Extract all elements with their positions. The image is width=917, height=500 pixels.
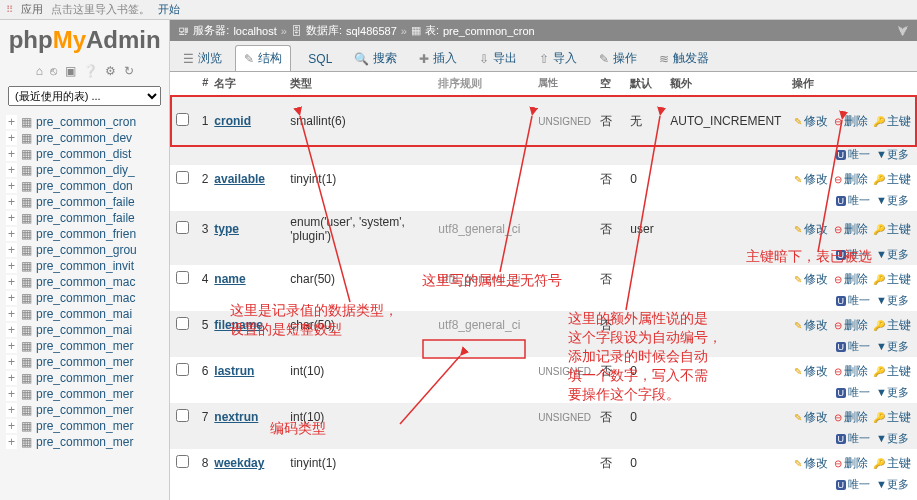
delete-action[interactable]: ⊖删除 xyxy=(834,271,868,288)
tree-item[interactable]: +▦pre_common_faile xyxy=(0,194,169,210)
tab-结构[interactable]: ✎结构 xyxy=(235,45,291,71)
primary-key-action[interactable]: 🔑主键 xyxy=(873,271,911,288)
column-name-link[interactable]: weekday xyxy=(214,456,264,470)
tree-item[interactable]: +▦pre_common_frien xyxy=(0,226,169,242)
expand-icon[interactable]: + xyxy=(6,243,17,257)
expand-icon[interactable]: + xyxy=(6,163,17,177)
more-action[interactable]: ▼更多 xyxy=(876,386,909,398)
tree-link[interactable]: pre_common_mai xyxy=(36,307,132,321)
close-icon[interactable]: ⮟ xyxy=(897,24,909,38)
expand-icon[interactable]: + xyxy=(6,403,17,417)
more-action[interactable]: ▼更多 xyxy=(876,340,909,352)
expand-icon[interactable]: + xyxy=(6,115,17,129)
delete-action[interactable]: ⊖删除 xyxy=(834,221,868,238)
tree-item[interactable]: +▦pre_common_cron xyxy=(0,114,169,130)
tree-item[interactable]: +▦pre_common_mer xyxy=(0,418,169,434)
tree-link[interactable]: pre_common_dist xyxy=(36,147,131,161)
expand-icon[interactable]: + xyxy=(6,435,17,449)
more-action[interactable]: ▼更多 xyxy=(876,294,909,306)
tree-link[interactable]: pre_common_dev xyxy=(36,131,132,145)
edit-action[interactable]: ✎修改 xyxy=(794,221,828,238)
tree-item[interactable]: +▦pre_common_mac xyxy=(0,274,169,290)
tab-导出[interactable]: ⇩导出 xyxy=(470,45,526,71)
tree-link[interactable]: pre_common_invit xyxy=(36,259,134,273)
db-link[interactable]: sql486587 xyxy=(346,25,397,37)
tab-导入[interactable]: ⇧导入 xyxy=(530,45,586,71)
row-checkbox[interactable] xyxy=(176,171,189,184)
primary-key-action[interactable]: 🔑主键 xyxy=(873,317,911,334)
tree-link[interactable]: pre_common_mac xyxy=(36,291,135,305)
tree-link[interactable]: pre_common_mer xyxy=(36,339,133,353)
more-action[interactable]: ▼更多 xyxy=(876,432,909,444)
tree-item[interactable]: +▦pre_common_mer xyxy=(0,338,169,354)
tab-操作[interactable]: ✎操作 xyxy=(590,45,646,71)
tab-SQL[interactable]: SQL xyxy=(295,45,341,71)
tree-link[interactable]: pre_common_mer xyxy=(36,435,133,449)
edit-action[interactable]: ✎修改 xyxy=(794,455,828,472)
column-name-link[interactable]: filename xyxy=(214,318,263,332)
more-action[interactable]: ▼更多 xyxy=(876,248,909,260)
primary-key-action[interactable]: 🔑主键 xyxy=(873,221,911,238)
delete-action[interactable]: ⊖删除 xyxy=(834,363,868,380)
tab-搜索[interactable]: 🔍搜索 xyxy=(345,45,406,71)
tree-link[interactable]: pre_common_grou xyxy=(36,243,137,257)
primary-key-action[interactable]: 🔑主键 xyxy=(873,409,911,426)
logout-icon[interactable]: ⎋ xyxy=(50,64,57,78)
primary-key-action[interactable]: 🔑主键 xyxy=(873,455,911,472)
expand-icon[interactable]: + xyxy=(6,275,17,289)
expand-icon[interactable]: + xyxy=(6,211,17,225)
expand-icon[interactable]: + xyxy=(6,387,17,401)
row-checkbox[interactable] xyxy=(176,317,189,330)
expand-icon[interactable]: + xyxy=(6,419,17,433)
tree-item[interactable]: +▦pre_common_don xyxy=(0,178,169,194)
tree-item[interactable]: +▦pre_common_mer xyxy=(0,354,169,370)
delete-action[interactable]: ⊖删除 xyxy=(834,317,868,334)
start-link[interactable]: 开始 xyxy=(158,2,180,17)
unique-action[interactable]: U唯一 xyxy=(836,432,871,444)
tree-link[interactable]: pre_common_mer xyxy=(36,355,133,369)
tree-link[interactable]: pre_common_mai xyxy=(36,323,132,337)
column-name-link[interactable]: name xyxy=(214,272,245,286)
delete-action[interactable]: ⊖删除 xyxy=(834,455,868,472)
column-name-link[interactable]: available xyxy=(214,172,265,186)
tree-link[interactable]: pre_common_frien xyxy=(36,227,136,241)
tab-触发器[interactable]: ≋触发器 xyxy=(650,45,718,71)
expand-icon[interactable]: + xyxy=(6,131,17,145)
sql-icon[interactable]: ▣ xyxy=(65,64,76,78)
tree-link[interactable]: pre_common_mer xyxy=(36,371,133,385)
tree-link[interactable]: pre_common_mer xyxy=(36,403,133,417)
row-checkbox[interactable] xyxy=(176,363,189,376)
tree-link[interactable]: pre_common_mac xyxy=(36,275,135,289)
expand-icon[interactable]: + xyxy=(6,355,17,369)
unique-action[interactable]: U唯一 xyxy=(836,340,871,352)
edit-action[interactable]: ✎修改 xyxy=(794,409,828,426)
expand-icon[interactable]: + xyxy=(6,339,17,353)
expand-icon[interactable]: + xyxy=(6,323,17,337)
primary-key-action[interactable]: 🔑主键 xyxy=(873,363,911,380)
row-checkbox[interactable] xyxy=(176,271,189,284)
expand-icon[interactable]: + xyxy=(6,291,17,305)
expand-icon[interactable]: + xyxy=(6,147,17,161)
reload-icon[interactable]: ↻ xyxy=(124,64,134,78)
tree-item[interactable]: +▦pre_common_invit xyxy=(0,258,169,274)
tree-item[interactable]: +▦pre_common_dev xyxy=(0,130,169,146)
tree-item[interactable]: +▦pre_common_mer xyxy=(0,434,169,450)
tab-浏览[interactable]: ☰浏览 xyxy=(174,45,231,71)
unique-action[interactable]: U唯一 xyxy=(836,148,871,160)
more-action[interactable]: ▼更多 xyxy=(876,148,909,160)
edit-action[interactable]: ✎修改 xyxy=(794,363,828,380)
tree-item[interactable]: +▦pre_common_faile xyxy=(0,210,169,226)
row-checkbox[interactable] xyxy=(176,113,189,126)
tree-link[interactable]: pre_common_faile xyxy=(36,211,135,225)
tree-item[interactable]: +▦pre_common_dist xyxy=(0,146,169,162)
tree-item[interactable]: +▦pre_common_mac xyxy=(0,290,169,306)
primary-key-action[interactable]: 🔑主键 xyxy=(873,113,911,130)
table-link[interactable]: pre_common_cron xyxy=(443,25,535,37)
server-link[interactable]: localhost xyxy=(233,25,276,37)
tree-item[interactable]: +▦pre_common_grou xyxy=(0,242,169,258)
row-checkbox[interactable] xyxy=(176,409,189,422)
tree-item[interactable]: +▦pre_common_mer xyxy=(0,370,169,386)
edit-action[interactable]: ✎修改 xyxy=(794,171,828,188)
edit-action[interactable]: ✎修改 xyxy=(794,317,828,334)
delete-action[interactable]: ⊖删除 xyxy=(834,171,868,188)
